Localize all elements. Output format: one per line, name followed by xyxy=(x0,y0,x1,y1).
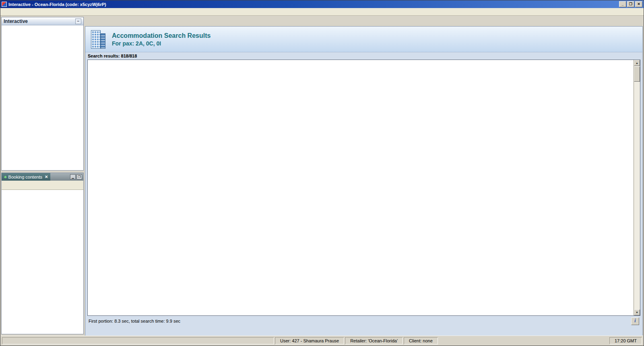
booking-contents-panel: ♣ Booking contents ✕ ▁ ❐ xyxy=(1,173,84,334)
building-icon xyxy=(90,30,106,49)
app-icon xyxy=(2,2,7,7)
status-retailer: Retailer: 'Ocean-Florida' xyxy=(345,337,403,344)
minimize-button[interactable]: _ xyxy=(619,1,626,7)
main-area: Accommodation Search Results For pax: 2A… xyxy=(85,17,643,336)
booking-contents-toolbar xyxy=(2,181,83,190)
results-table: ▲ ▼ xyxy=(87,60,640,316)
navigation-panel-header: Interactive − xyxy=(2,17,83,25)
booking-contents-title: Booking contents xyxy=(8,175,42,179)
booking-contents-close-icon[interactable]: ✕ xyxy=(45,175,48,179)
status-client: Client: none xyxy=(404,337,438,344)
booking-panel-restore-button[interactable]: ❐ xyxy=(76,174,82,179)
results-header-band: Accommodation Search Results For pax: 2A… xyxy=(85,27,642,52)
left-column: Interactive − ♣ Booking contents ✕ ▁ ❐ xyxy=(1,17,84,336)
page-subtitle: For pax: 2A, 0C, 0I xyxy=(112,40,211,47)
table-header-row xyxy=(88,60,634,67)
scroll-down-icon[interactable]: ▼ xyxy=(634,309,640,315)
title-bar[interactable]: Interactive - Ocean-Florida (code: x5cyz… xyxy=(0,0,644,8)
status-lead-cell xyxy=(2,337,274,344)
table-body xyxy=(88,67,634,315)
status-bar: User: 427 - Shamaura Prause Retailer: 'O… xyxy=(1,336,643,345)
close-button[interactable]: ✕ xyxy=(635,1,642,7)
app-body: Interactive − ♣ Booking contents ✕ ▁ ❐ xyxy=(0,16,644,346)
restore-button[interactable]: ❐ xyxy=(627,1,634,7)
results-footer: First portion: 8.3 sec, total search tim… xyxy=(85,316,642,326)
app-window: Interactive - Ocean-Florida (code: x5cyz… xyxy=(0,0,644,346)
scroll-up-icon[interactable]: ▲ xyxy=(634,60,640,66)
search-timing-text: First portion: 8.3 sec, total search tim… xyxy=(89,319,180,323)
panel-collapse-button[interactable]: − xyxy=(75,19,81,24)
document-frame: Accommodation Search Results For pax: 2A… xyxy=(85,26,643,336)
menu-bar xyxy=(0,8,644,16)
document-tab-bar xyxy=(85,17,643,26)
scrollbar-thumb[interactable] xyxy=(634,66,640,82)
booking-panel-minimize-button[interactable]: ▁ xyxy=(70,174,76,179)
booking-contents-header: ♣ Booking contents ✕ ▁ ❐ xyxy=(2,173,83,181)
bottom-tab-bar xyxy=(85,326,642,334)
window-title: Interactive - Ocean-Florida (code: x5cyz… xyxy=(8,2,618,7)
status-time: 17:20 GMT xyxy=(609,337,642,344)
navigation-panel: Interactive − xyxy=(1,17,84,171)
booking-contents-tab[interactable]: ♣ Booking contents ✕ xyxy=(2,173,50,181)
booking-contents-list xyxy=(2,190,83,334)
info-button[interactable]: i xyxy=(631,317,639,325)
search-results-count: Search results: 818/818 xyxy=(85,52,642,60)
booking-contents-icon: ♣ xyxy=(4,175,7,179)
navigation-panel-title: Interactive xyxy=(4,19,28,24)
page-title: Accommodation Search Results xyxy=(112,32,211,39)
status-user: User: 427 - Shamaura Prause xyxy=(275,337,344,344)
table-vertical-scrollbar[interactable]: ▲ ▼ xyxy=(634,60,640,315)
navigation-tree xyxy=(2,25,83,170)
